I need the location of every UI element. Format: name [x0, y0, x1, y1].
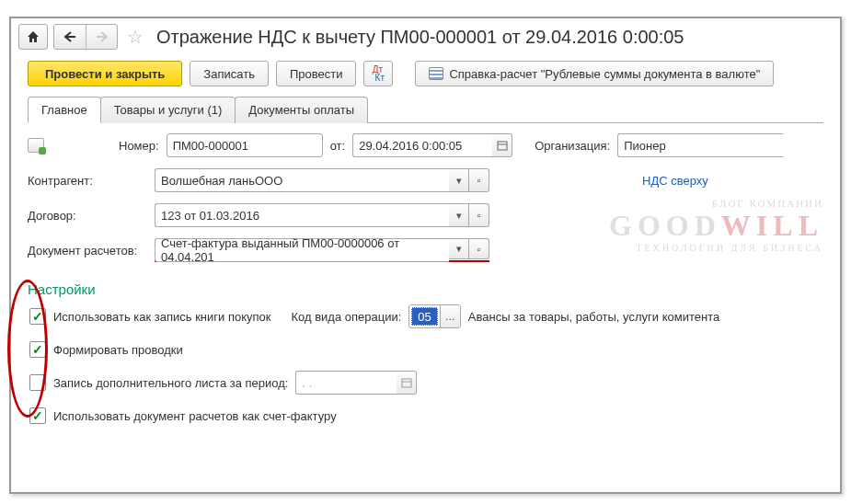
- opcode-label: Код вида операции:: [291, 310, 401, 324]
- opcode-select-button[interactable]: …: [440, 305, 460, 327]
- page-title: Отражение НДС к вычету ПМ00-000001 от 29…: [156, 27, 684, 48]
- contract-input[interactable]: 123 от 01.03.2016: [155, 203, 449, 227]
- date-field[interactable]: 29.04.2016 0:00:05: [352, 133, 512, 157]
- tab-main[interactable]: Главное: [28, 97, 101, 123]
- report-button[interactable]: Справка-расчет "Рублевые суммы документа…: [415, 61, 774, 86]
- org-input[interactable]: Пионер: [617, 133, 783, 157]
- svg-rect-0: [498, 142, 507, 150]
- nav-forward-button[interactable]: [86, 25, 117, 49]
- counterparty-input[interactable]: Волшебная ланьООО: [155, 168, 449, 192]
- open-button[interactable]: ▫: [469, 168, 489, 192]
- svg-rect-2: [402, 379, 411, 387]
- checkbox-postings[interactable]: [29, 341, 46, 358]
- document-status-icon[interactable]: [28, 138, 44, 153]
- calendar-button[interactable]: [492, 133, 512, 157]
- docsettle-label: Документ расчетов:: [28, 244, 147, 258]
- period-input[interactable]: . .: [295, 371, 397, 395]
- dropdown-button[interactable]: ▾: [449, 203, 469, 227]
- settings-section: Настройки Использовать как запись книги …: [11, 281, 840, 428]
- open-button[interactable]: ▫: [469, 238, 489, 259]
- tab-payments[interactable]: Документы оплаты: [235, 97, 368, 123]
- dropdown-button[interactable]: ▾: [449, 238, 469, 259]
- opcode-field[interactable]: 05 …: [408, 304, 460, 328]
- date-input[interactable]: 29.04.2016 0:00:05: [352, 133, 492, 157]
- dtkt-button[interactable]: Дт Кт: [363, 61, 393, 86]
- document-window: ☆ Отражение НДС к вычету ПМ00-000001 от …: [9, 17, 842, 494]
- titlebar: ☆ Отражение НДС к вычету ПМ00-000001 от …: [11, 18, 840, 55]
- nav-group: [53, 24, 118, 50]
- docsettle-field[interactable]: Счет-фактура выданный ПМ00-0000006 от 04…: [155, 238, 489, 262]
- arrow-right-icon: [96, 31, 109, 42]
- contract-field[interactable]: 123 от 01.03.2016 ▾ ▫: [155, 203, 489, 227]
- counterparty-field[interactable]: Волшебная ланьООО ▾ ▫: [155, 168, 489, 192]
- docsettle-input[interactable]: Счет-фактура выданный ПМ00-0000006 от 04…: [155, 238, 449, 262]
- org-field[interactable]: Пионер: [617, 133, 783, 157]
- opcode-desc: Авансы за товары, работы, услуги комитен…: [468, 310, 719, 324]
- period-field[interactable]: . .: [295, 371, 417, 395]
- opt1-label: Использовать как запись книги покупок: [53, 310, 270, 324]
- calendar-icon: [497, 140, 508, 151]
- tabs: Главное Товары и услуги (1) Документы оп…: [11, 96, 840, 122]
- opcode-value[interactable]: 05: [411, 307, 437, 326]
- dtkt-icon: Дт Кт: [373, 65, 385, 82]
- save-button[interactable]: Записать: [190, 61, 269, 86]
- report-icon: [429, 67, 443, 80]
- checkbox-use-as-invoice[interactable]: [29, 407, 46, 424]
- dropdown-button[interactable]: ▾: [449, 168, 469, 192]
- favorite-star-icon[interactable]: ☆: [123, 26, 147, 48]
- checkbox-additional-sheet[interactable]: [29, 374, 46, 391]
- home-button[interactable]: [18, 24, 48, 50]
- form-main: Номер: ПМ00-000001 от: 29.04.2016 0:00:0…: [11, 123, 840, 276]
- org-label: Организация:: [535, 139, 610, 153]
- calendar-icon: [401, 377, 412, 388]
- tab-items[interactable]: Товары и услуги (1): [100, 97, 236, 123]
- checkbox-purchase-book[interactable]: [29, 308, 46, 325]
- number-field[interactable]: ПМ00-000001: [167, 133, 323, 157]
- opt4-label: Использовать документ расчетов как счет-…: [53, 409, 337, 423]
- from-label: от:: [330, 139, 346, 153]
- contract-label: Договор:: [28, 209, 147, 223]
- post-and-close-button[interactable]: Провести и закрыть: [28, 61, 182, 86]
- calendar-button[interactable]: [397, 371, 417, 395]
- report-label: Справка-расчет "Рублевые суммы документа…: [449, 67, 760, 81]
- post-button[interactable]: Провести: [276, 61, 357, 86]
- number-label: Номер:: [119, 139, 159, 153]
- home-icon: [26, 29, 40, 44]
- opt2-label: Формировать проводки: [53, 343, 183, 357]
- opt3-label: Запись дополнительного листа за период:: [53, 376, 288, 390]
- toolbar: Провести и закрыть Записать Провести Дт …: [11, 55, 840, 96]
- settings-title: Настройки: [28, 281, 823, 297]
- counterparty-label: Контрагент:: [28, 174, 147, 188]
- vat-link[interactable]: НДС сверху: [642, 174, 708, 188]
- nav-back-button[interactable]: [54, 25, 86, 49]
- open-button[interactable]: ▫: [469, 203, 489, 227]
- arrow-left-icon: [63, 31, 76, 42]
